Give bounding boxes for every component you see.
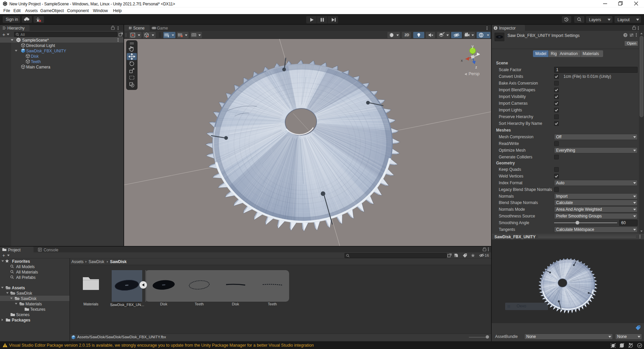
svg-text:y: y [472,44,474,49]
svg-text:z: z [475,65,477,69]
svg-text:?: ? [625,33,627,37]
svg-text:x: x [461,58,463,62]
